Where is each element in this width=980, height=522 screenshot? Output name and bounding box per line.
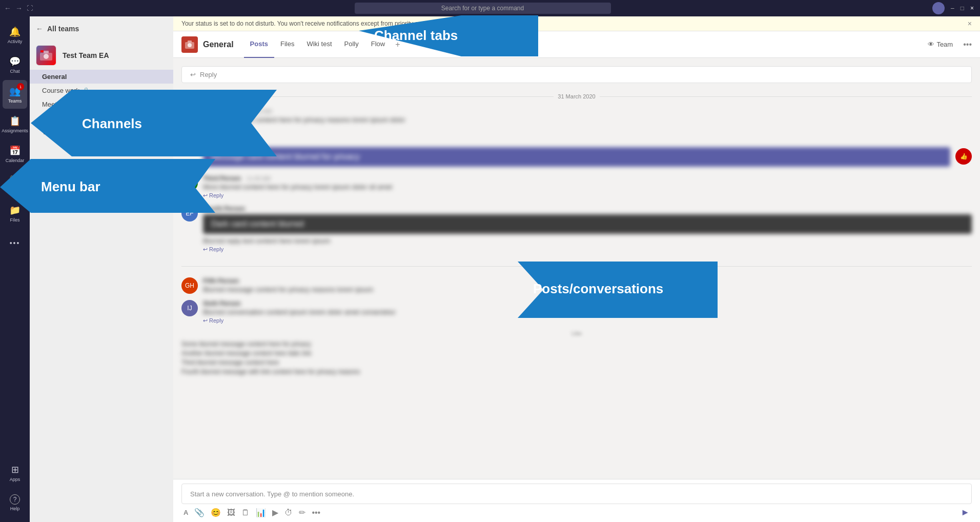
team-name: Test Team EA bbox=[63, 51, 109, 59]
message-meta-4: Fourth Person bbox=[203, 205, 972, 212]
sender-3: Third Person bbox=[203, 175, 241, 182]
team-item[interactable]: Test Team EA bbox=[30, 41, 173, 70]
teams-header: ← All teams bbox=[30, 16, 173, 41]
praise-tool[interactable]: ▶ bbox=[272, 508, 278, 517]
message-meta-1: Some Person 11:23 AM bbox=[203, 108, 972, 115]
channel-recordings[interactable]: Video recordings bbox=[30, 125, 173, 139]
calendar-label: Calendar bbox=[6, 158, 25, 163]
avatar-5: GH bbox=[181, 277, 198, 294]
message-card-2: Dark card content blurred bbox=[203, 214, 972, 234]
channel-icon bbox=[181, 36, 198, 53]
user-avatar[interactable] bbox=[932, 2, 945, 14]
channel-social[interactable]: Social bbox=[30, 111, 173, 125]
sidebar-item-help[interactable]: ? Help bbox=[3, 488, 27, 517]
tab-wikitest[interactable]: Wiki test bbox=[300, 31, 338, 58]
nav-bottom: ⊞ Apps ? Help bbox=[3, 458, 27, 522]
maximize-button[interactable]: □ bbox=[961, 5, 964, 12]
svg-rect-6 bbox=[188, 41, 192, 43]
channel-tabs: Posts Files Wiki test Polly Flow + bbox=[244, 31, 924, 58]
svg-rect-2 bbox=[44, 51, 49, 53]
sidebar-item-calls[interactable]: 📞 Calls bbox=[3, 169, 27, 198]
channel-header: General Posts Files Wiki test Polly Flow… bbox=[173, 31, 980, 58]
message-group-6: IJ Sixth Person Blurred conversation con… bbox=[181, 300, 972, 324]
schedule-tool[interactable]: 📊 bbox=[256, 508, 266, 517]
reply-icon: ↩ bbox=[190, 71, 196, 78]
reply-link-4[interactable]: ↩ Reply bbox=[203, 246, 972, 253]
avatar-3: CD bbox=[181, 175, 198, 191]
more-tools[interactable]: ••• bbox=[312, 508, 320, 517]
conversation-input[interactable]: Start a new conversation. Type @ to ment… bbox=[181, 484, 972, 504]
avatar-4: EF bbox=[181, 205, 198, 222]
sidebar-item-chat[interactable]: 💬 Chat bbox=[3, 50, 27, 79]
chat-label: Chat bbox=[10, 69, 19, 74]
date-text-1: 31 March 2020 bbox=[558, 93, 595, 99]
apps-icon: ⊞ bbox=[11, 464, 19, 475]
nav-sidebar: 🔔 Activity 💬 Chat 👥 Teams 1 📋 Assignment… bbox=[0, 16, 30, 522]
team-logo bbox=[36, 45, 56, 66]
date-divider-1: 31 March 2020 bbox=[181, 93, 972, 99]
sidebar-item-more[interactable]: ••• bbox=[3, 229, 27, 257]
edit-tool[interactable]: ✏ bbox=[299, 508, 305, 517]
activity-icon: 🔔 bbox=[9, 26, 21, 37]
format-text-tool[interactable]: A bbox=[183, 509, 188, 516]
sidebar-item-calendar[interactable]: 📅 Calendar bbox=[3, 139, 27, 168]
main-area: Your status is set to do not disturb. Yo… bbox=[173, 16, 980, 522]
more-icon: ••• bbox=[10, 239, 21, 247]
change-settings-link[interactable]: Change settings. bbox=[441, 20, 487, 27]
sidebar-item-files[interactable]: 📁 Files bbox=[3, 199, 27, 228]
help-icon: ? bbox=[10, 494, 20, 505]
channel-coursework-label: Course work bbox=[42, 87, 79, 94]
loop-tool[interactable]: ⏱ bbox=[284, 508, 293, 517]
sidebar-item-apps[interactable]: ⊞ Apps bbox=[3, 458, 27, 487]
sticker-tool[interactable]: 🗒 bbox=[241, 508, 250, 517]
calls-label: Calls bbox=[10, 188, 20, 193]
image-tool[interactable]: 🖼 bbox=[227, 508, 235, 517]
reply-link-1[interactable]: ↩ Reply bbox=[203, 125, 972, 132]
deleted-text: deleted bbox=[567, 263, 586, 269]
close-button[interactable]: × bbox=[970, 5, 974, 12]
search-text: Search for or type a command bbox=[441, 5, 524, 12]
reply-link-3[interactable]: ↩ Reply bbox=[203, 192, 972, 199]
channel-more-button[interactable]: ••• bbox=[963, 40, 972, 49]
attach-tool[interactable]: 📎 bbox=[194, 508, 205, 517]
posts-area[interactable]: ↩ Reply 31 March 2020 JD Some Person 11:… bbox=[173, 58, 980, 479]
message-content-3: Third Person 11:45 AM More blurred conte… bbox=[203, 175, 972, 199]
sender-5: Fifth Person bbox=[203, 277, 239, 285]
message-text-5: Blurred message content for privacy reas… bbox=[203, 286, 972, 293]
reply-bar[interactable]: ↩ Reply bbox=[181, 66, 972, 83]
channel-coursework[interactable]: Course work 🔒 bbox=[30, 84, 173, 97]
channels-list: General Course work 🔒 Meetings Social Vi… bbox=[30, 70, 173, 522]
expand-button[interactable]: ⛶ bbox=[27, 5, 33, 12]
search-bar[interactable]: Search for or type a command bbox=[355, 3, 611, 14]
message-group-5: GH Fifth Person Blurred message content … bbox=[181, 277, 972, 294]
sidebar-item-activity[interactable]: 🔔 Activity bbox=[3, 21, 27, 49]
avatar-6: IJ bbox=[181, 300, 198, 316]
reply-text: Reply bbox=[200, 71, 217, 78]
message-meta-5: Fifth Person bbox=[203, 277, 972, 285]
add-tab-button[interactable]: + bbox=[391, 40, 404, 49]
minimize-button[interactable]: – bbox=[951, 5, 954, 12]
tab-flow[interactable]: Flow bbox=[365, 31, 391, 58]
forward-button[interactable]: → bbox=[15, 4, 23, 12]
message-meta-3: Third Person 11:45 AM bbox=[203, 175, 972, 182]
svg-rect-3 bbox=[40, 50, 44, 52]
input-placeholder: Start a new conversation. Type @ to ment… bbox=[190, 490, 354, 498]
tab-polly[interactable]: Polly bbox=[338, 31, 365, 58]
sidebar-item-assignments[interactable]: 📋 Assignments bbox=[3, 110, 27, 138]
emoji-tool[interactable]: 😊 bbox=[211, 508, 221, 517]
sender-1: Some Person bbox=[203, 108, 242, 115]
channel-general[interactable]: General bbox=[30, 70, 173, 84]
tab-posts[interactable]: Posts bbox=[244, 31, 274, 58]
files-icon: 📁 bbox=[9, 205, 21, 216]
send-button[interactable]: ► bbox=[961, 507, 970, 518]
team-logo-inner bbox=[36, 46, 56, 65]
tab-files[interactable]: Files bbox=[274, 31, 300, 58]
reply-link-6[interactable]: ↩ Reply bbox=[203, 317, 972, 324]
back-to-teams-button[interactable]: ← bbox=[36, 25, 43, 33]
channel-meetings[interactable]: Meetings bbox=[30, 97, 173, 111]
sidebar-item-teams[interactable]: 👥 Teams 1 bbox=[3, 80, 27, 109]
team-button[interactable]: 👁 Team bbox=[924, 38, 957, 50]
back-button[interactable]: ← bbox=[4, 4, 11, 12]
status-bar-close[interactable]: × bbox=[968, 19, 972, 28]
blurred-msg-2: Another blurred message content here ita… bbox=[181, 350, 972, 357]
